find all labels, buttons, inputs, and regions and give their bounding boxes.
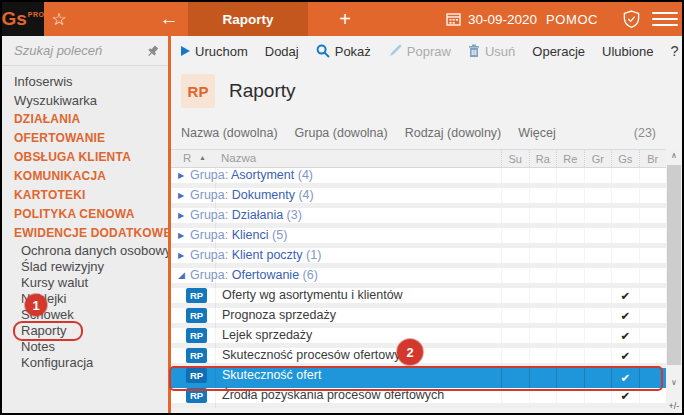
operations-button[interactable]: Operacje <box>532 44 585 59</box>
sidebar-category-kartoteki[interactable]: KARTOTEKI <box>2 186 168 205</box>
help-button[interactable]: ? <box>670 43 678 59</box>
filter-group[interactable]: Grupa (dowolna) <box>295 126 388 140</box>
run-button[interactable]: Uruchom <box>181 44 248 59</box>
group-row-klienci[interactable]: ▶ Grupa: Klienci (5) <box>171 228 666 248</box>
report-row-zrodla-pozyskania[interactable]: RP Źródła pozyskania procesów ofertowych… <box>171 388 666 408</box>
vertical-scrollbar[interactable]: ∧ ∨ +/- <box>666 149 682 413</box>
group-name: Klienci <box>232 228 269 242</box>
group-name: Ofertowanie <box>232 268 299 282</box>
filter-more[interactable]: Więcej <box>518 126 556 140</box>
sidebar-item-slad-rewizyjny[interactable]: Ślad rewizyjny <box>2 259 168 275</box>
sidebar-category-ewidencje-dodatkowe[interactable]: EWIDENCJE DODATKOWE <box>2 224 168 243</box>
filter-bar: Nazwa (dowolna) Grupa (dowolna) Rodzaj (… <box>181 126 556 140</box>
sidebar-item-ochrona-danych[interactable]: Ochrona danych osobowych <box>2 243 168 259</box>
expand-collapsed-icon[interactable]: ▶ <box>178 188 184 203</box>
scroll-down-icon[interactable]: ∨ <box>666 378 682 387</box>
scroll-up-icon[interactable]: ∧ <box>666 151 682 160</box>
group-label: Grupa: Klienci (5) <box>190 228 287 243</box>
gs-checkmark: ✔ <box>611 328 639 343</box>
record-count: (23) <box>634 126 656 140</box>
sidebar-item-infoserwis[interactable]: Infoserwis <box>2 72 168 91</box>
expand-expanded-icon[interactable]: ◢ <box>178 268 185 283</box>
column-header-su[interactable]: Su <box>501 150 529 167</box>
favorites-label: Ulubione <box>602 44 653 59</box>
group-count: (6) <box>303 268 318 282</box>
column-header-br[interactable]: Br <box>639 150 667 167</box>
show-button[interactable]: Pokaż <box>316 44 371 59</box>
favorites-star-icon[interactable]: ☆ <box>46 2 72 36</box>
report-icon: RP <box>186 288 207 303</box>
group-row-asortyment[interactable]: ▶ Grupa: Asortyment (4) <box>171 168 666 188</box>
group-label: Grupa: Ofertowanie (6) <box>190 268 318 283</box>
expand-collapsed-icon[interactable]: ▶ <box>178 228 184 243</box>
column-header-gs[interactable]: Gs <box>611 150 639 167</box>
show-label: Pokaż <box>335 44 371 59</box>
annotation-step-1: 1 <box>25 294 47 316</box>
sort-ascending-icon[interactable]: ▲ <box>199 154 206 161</box>
column-header-ra[interactable]: Ra <box>529 150 557 167</box>
add-button[interactable]: Dodaj <box>265 44 299 59</box>
sidebar-category-dzialania[interactable]: DZIAŁANIA <box>2 110 168 129</box>
group-prefix: Grupa: <box>190 248 228 262</box>
sidebar-item-wyszukiwarka[interactable]: Wyszukiwarka <box>2 91 168 110</box>
trash-icon <box>468 44 480 58</box>
logo-text: Gs <box>1 8 26 30</box>
app-logo: GsPRO <box>2 2 44 36</box>
sidebar-category-ofertowanie[interactable]: OFERTOWANIE <box>2 129 168 148</box>
group-row-dokumenty[interactable]: ▶ Grupa: Dokumenty (4) <box>171 188 666 208</box>
report-row-oferty-wg-asortymentu[interactable]: RP Oferty wg asortymentu i klientów ✔ <box>171 288 666 308</box>
scroll-expand-label[interactable]: +/- <box>666 401 682 411</box>
sidebar-category-obsluga-klienta[interactable]: OBSŁUGA KLIENTA <box>2 148 168 167</box>
group-name: Dokumenty <box>232 188 295 202</box>
sidebar-search[interactable]: Szukaj poleceń <box>2 36 168 66</box>
date-picker[interactable]: 30-09-2020 <box>446 2 537 36</box>
flag-column-headers: Su Ra Re Gr Gs Br <box>501 150 666 167</box>
pin-icon[interactable] <box>146 44 159 62</box>
filter-name[interactable]: Nazwa (dowolna) <box>181 126 278 140</box>
sidebar-item-kursy-walut[interactable]: Kursy walut <box>2 275 168 291</box>
logo-pro-label: PRO <box>28 11 45 18</box>
group-row-ofertowanie[interactable]: ◢ Grupa: Ofertowanie (6) <box>171 268 666 288</box>
edit-button[interactable]: Popraw <box>388 44 451 59</box>
filter-type[interactable]: Rodzaj (dowolny) <box>405 126 502 140</box>
group-label: Grupa: Klient poczty (1) <box>190 248 321 263</box>
add-label: Dodaj <box>265 44 299 59</box>
report-row-prognoza-sprzedazy[interactable]: RP Prognoza sprzedaży ✔ <box>171 308 666 328</box>
hamburger-menu-icon[interactable] <box>652 2 678 36</box>
security-shield-icon[interactable] <box>616 2 646 36</box>
edit-label: Popraw <box>407 44 451 59</box>
group-name: Asortyment <box>231 168 294 182</box>
column-header-r[interactable]: R <box>183 152 191 164</box>
group-row-dzialania[interactable]: ▶ Grupa: Działania (3) <box>171 208 666 228</box>
annotation-box-raporty <box>13 321 83 341</box>
expand-collapsed-icon[interactable]: ▶ <box>178 168 184 183</box>
tab-raporty[interactable]: Raporty <box>188 2 308 36</box>
brush-icon <box>388 44 402 58</box>
search-placeholder: Szukaj poleceń <box>14 43 102 58</box>
column-header-gr[interactable]: Gr <box>584 150 612 167</box>
expand-collapsed-icon[interactable]: ▶ <box>178 208 184 223</box>
group-prefix: Grupa: <box>190 208 228 222</box>
expand-collapsed-icon[interactable]: ▶ <box>178 248 184 263</box>
sidebar-category-polityka-cenowa[interactable]: POLITYKA CENOWA <box>2 205 168 224</box>
column-header-nazwa[interactable]: Nazwa <box>221 152 256 164</box>
calendar-icon <box>446 12 461 26</box>
report-icon: RP <box>186 348 207 363</box>
main-panel: Uruchom Dodaj Pokaż Popraw <box>171 36 682 413</box>
delete-button[interactable]: Usuń <box>468 44 515 59</box>
operations-label: Operacje <box>532 44 585 59</box>
group-prefix: Grupa: <box>190 188 228 202</box>
new-tab-button[interactable]: + <box>326 2 364 36</box>
group-row-klient-poczty[interactable]: ▶ Grupa: Klient poczty (1) <box>171 248 666 268</box>
sidebar-category-komunikacja[interactable]: KOMUNIKACJA <box>2 167 168 186</box>
back-arrow-icon[interactable]: ← <box>152 2 186 36</box>
help-menu[interactable]: POMOC <box>546 2 598 36</box>
column-header-re[interactable]: Re <box>556 150 584 167</box>
current-date: 30-09-2020 <box>468 12 537 27</box>
scrollbar-thumb[interactable] <box>667 165 681 365</box>
favorites-button[interactable]: Ulubione <box>602 44 653 59</box>
sidebar-item-konfiguracja[interactable]: Konfiguracja <box>2 355 168 371</box>
gs-checkmark: ✔ <box>611 288 639 303</box>
module-badge: RP <box>181 74 215 108</box>
sidebar-item-notes[interactable]: Notes <box>2 339 168 355</box>
